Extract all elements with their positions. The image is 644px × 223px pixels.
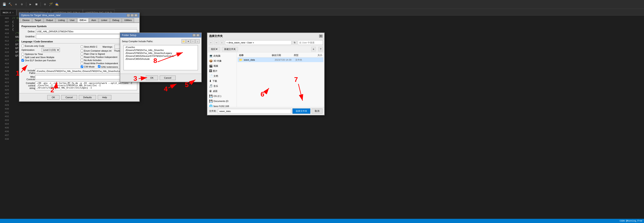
magic-wand-icon[interactable]: 🪄 [48, 2, 53, 7]
build-icon[interactable]: 🔨 [8, 2, 12, 7]
execute-only-checkbox[interactable] [22, 45, 24, 47]
sidebar-item-fp[interactable]: 💾OS (C:) [208, 94, 236, 99]
folder-down-btn[interactable]: ↓ [196, 39, 200, 43]
help-icon-btn[interactable]: ? [318, 47, 323, 51]
nav-search-input[interactable] [298, 40, 323, 45]
close-options-btn[interactable]: ✕ [134, 14, 138, 17]
save-icon[interactable]: 💾 [2, 2, 7, 7]
nav-back-btn[interactable]: ← [209, 40, 213, 45]
sidebar-item-fp[interactable]: 🖥桌面 [208, 89, 236, 94]
new-folder-btn[interactable]: 新建文件夹 [222, 47, 238, 51]
options-icon[interactable]: ⚙ [42, 2, 48, 7]
c99-checkbox[interactable] [81, 65, 83, 68]
folder-path-item[interactable]: ./Core/Inc [124, 46, 197, 49]
wizard-icon[interactable]: 🧙 [54, 2, 59, 7]
sidebar-item-fp[interactable]: ⬇下载 [208, 78, 236, 83]
minimize-btn[interactable]: _ [127, 14, 130, 17]
compiler-textarea[interactable]: -c99 -gnu -c -cpu Cortex-M7.fp.dp -g -O3… [35, 81, 137, 90]
enum-checkbox[interactable] [81, 49, 83, 52]
no-auto-checkbox[interactable] [81, 59, 83, 61]
footer-folder-input[interactable] [218, 109, 291, 113]
folder-cancel-btn[interactable]: Cancel [160, 75, 176, 80]
help-button[interactable]: Help [98, 95, 111, 100]
organize-btn[interactable]: 组织▼ [209, 47, 220, 51]
title-buttons: _ □ ✕ [127, 14, 138, 17]
folder-question-btn[interactable]: ? [192, 34, 196, 37]
folder-path-item[interactable]: ./Drivers/STM32H7xx_HAL_Driver/Inc [124, 49, 197, 52]
dialog-folder-setup: Folder Setup ? ✕ Setup Compiler Include … [120, 32, 202, 82]
c99-label: C99 Mode [84, 65, 95, 68]
sidebar-item-fp[interactable]: 🎵音乐 [208, 83, 236, 89]
sidebar-item-fp[interactable]: 🖼图片 [208, 68, 236, 73]
gnu-checkbox[interactable] [98, 65, 100, 68]
filepicker-title-bar: 选择文件夹 ✕ [208, 33, 324, 39]
sidebar-item-fp[interactable]: 📦3D 对象 [208, 58, 236, 63]
tab-debug[interactable]: Debug [110, 18, 122, 22]
sidebar-item-fp[interactable]: 🎬视频 [208, 63, 236, 68]
strict-ansi-checkbox[interactable] [81, 45, 83, 48]
line-numbers: 4064074084094104114124134144154164174184… [0, 15, 10, 219]
filepicker-main[interactable]: 名称 修改日期 类型 大小 📁 wave_data 2023/7/20 14:3… [237, 52, 324, 107]
translate-icon[interactable]: ⚙ [19, 2, 24, 7]
main-toolbar: 💾 🔨 ♻ ⚙ ▶ ⏹ ⚙ 🪄 🧙 [0, 0, 644, 9]
cancel-button[interactable]: Cancel [61, 95, 77, 100]
folder-ok-btn[interactable]: OK [146, 75, 158, 80]
sidebar-item-fp[interactable]: 📄文档 [208, 73, 236, 78]
split-load-checkbox[interactable] [22, 56, 24, 58]
select-folder-btn[interactable]: 选择文件夹 [292, 108, 310, 114]
folder-delete-btn[interactable]: ✕ [186, 39, 190, 43]
one-elf-checkbox[interactable] [22, 59, 24, 62]
tab-main-c[interactable]: main.c ✕ [0, 9, 16, 15]
rebuild-icon[interactable]: ♻ [14, 2, 18, 7]
warnings-label: Warnings: [102, 45, 113, 48]
ok-button[interactable]: OK [47, 95, 60, 100]
tab-asm[interactable]: Asm [89, 18, 98, 22]
execute-only-row: Execute-only Code [22, 45, 78, 47]
tab-listing[interactable]: Listing [56, 18, 67, 22]
tab-cc[interactable]: C/C++ [77, 18, 89, 22]
file-row-wave-data[interactable]: 📁 wave_data 2023/7/20 14:39 文件夹 [238, 57, 323, 62]
header-name: 名称 [239, 54, 272, 57]
filepicker-cancel-btn[interactable]: 取消 [312, 108, 322, 114]
execute-only-label: Execute-only Code [25, 45, 44, 47]
folder-path-item[interactable]: ./Drivers/CMSIS/Device/ST/STM32H7xx/Incl… [124, 54, 197, 57]
nav-forward-btn[interactable]: → [214, 40, 219, 45]
defaults-button[interactable]: Defaults [79, 95, 96, 100]
tab-utilities[interactable]: Utilities [122, 18, 134, 22]
folder-path-item[interactable]: ./Drivers/CMSIS/Include [124, 57, 197, 60]
nav-refresh-btn[interactable]: ↻ [292, 40, 297, 45]
status-text: CSDN @Running_free [620, 220, 642, 222]
folder-path-item[interactable]: ./Drivers/STM32H7xx_HAL_Driver/Inc/Legac… [124, 52, 197, 54]
plain-char-checkbox[interactable] [81, 53, 83, 55]
dialog-footer: OK Cancel Defaults Help [19, 93, 139, 101]
nav-path-input[interactable] [225, 40, 292, 45]
sidebar-item-fp[interactable]: 💾Documents (D: [208, 99, 236, 104]
status-bar: CSDN @Running_free [0, 219, 644, 223]
tab-close-main[interactable]: ✕ [12, 11, 14, 14]
read-only-checkbox[interactable] [81, 56, 83, 58]
plain-char-label: Plain Char is Signed [84, 53, 105, 55]
optimize-time-checkbox[interactable] [22, 53, 24, 55]
folder-close-btn[interactable]: ✕ [196, 34, 200, 37]
optimize-time-row: Optimize for Time [22, 53, 78, 55]
read-only-label: Read-Only Position Independent [84, 56, 118, 58]
tab-device[interactable]: Device [20, 18, 32, 22]
view-toggle-btn[interactable]: ≡ [311, 47, 316, 51]
tab-user[interactable]: User [68, 18, 77, 22]
maximize-btn[interactable]: □ [130, 14, 134, 17]
read-write-checkbox[interactable] [81, 62, 83, 65]
folder-browse-btn[interactable]: 📁 [182, 39, 186, 43]
nav-up-btn[interactable]: ↑ [220, 40, 224, 45]
tab-target[interactable]: Target [32, 18, 44, 22]
filepicker-close-btn[interactable]: ✕ [319, 35, 322, 37]
folder-path-list[interactable]: ./Core/Inc./Drivers/STM32H7xx_HAL_Driver… [124, 45, 198, 70]
optimization-select[interactable]: Level 3 (O3) [42, 48, 60, 52]
run-icon[interactable]: ▶ [28, 2, 33, 7]
tab-output[interactable]: Output [44, 18, 55, 22]
undefine-label: Undefine: [22, 35, 35, 38]
folder-up-btn[interactable]: ↑ [191, 39, 195, 43]
tab-linker[interactable]: Linker [99, 18, 110, 22]
stop-icon[interactable]: ⏹ [34, 2, 39, 7]
sidebar-item-fp[interactable]: 💻此电脑 [208, 53, 236, 58]
sidebar-item-fp[interactable]: 🌐fang (\\192.168 [208, 104, 236, 107]
